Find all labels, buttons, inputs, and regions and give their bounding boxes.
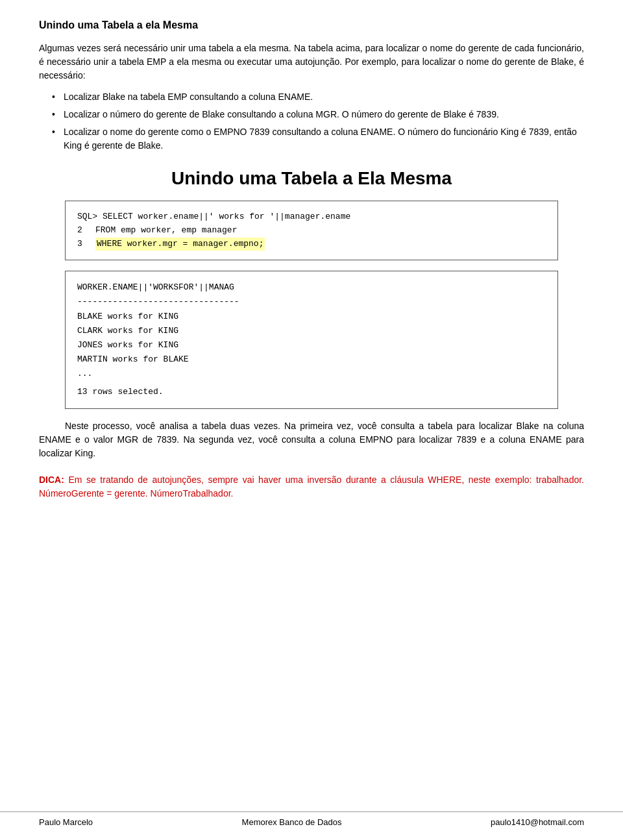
sql-text-1: SQL> SELECT worker.ename||' works for '|…: [77, 210, 350, 224]
output-row-2: CLARK works for KING: [77, 324, 546, 338]
output-box: WORKER.ENAME||'WORKSFOR'||MANAG --------…: [65, 271, 558, 409]
tip-text: Em se tratando de autojunções, sempre va…: [39, 475, 584, 499]
output-header: WORKER.ENAME||'WORKSFOR'||MANAG: [77, 280, 546, 295]
tip-label: DICA:: [39, 475, 64, 485]
tip-box: DICA: Em se tratando de autojunções, sem…: [39, 473, 584, 500]
sql-text-2: FROM emp worker, emp manager: [95, 224, 237, 238]
sql-line-1: SQL> SELECT worker.ename||' works for '|…: [77, 210, 546, 224]
sql-text-3: WHERE worker.mgr = manager.empno;: [95, 238, 265, 251]
paragraph-1: Algumas vezes será necessário unir uma t…: [39, 42, 584, 82]
sql-line-2: 2 FROM emp worker, emp manager: [77, 224, 546, 238]
bullet-item-2: Localizar o número do gerente de Blake c…: [52, 108, 584, 121]
section-heading: Unindo uma Tabela a Ela Mesma: [39, 168, 584, 189]
output-row-4: MARTIN works for BLAKE: [77, 352, 546, 367]
line-num-3: 3: [77, 238, 95, 251]
line-num-2: 2: [77, 224, 95, 238]
sql-code-box: SQL> SELECT worker.ename||' works for '|…: [65, 201, 558, 260]
bullet-list: Localizar Blake na tabela EMP consultand…: [39, 90, 584, 153]
output-row-6: 13 rows selected.: [77, 385, 546, 399]
footer: Paulo Marcelo Memorex Banco de Dados pau…: [0, 811, 623, 827]
paragraph-2: Neste processo, você analisa a tabela du…: [39, 419, 584, 460]
footer-left: Paulo Marcelo: [39, 817, 93, 827]
bullet-item-1: Localizar Blake na tabela EMP consultand…: [52, 90, 584, 104]
output-row-5: ...: [77, 367, 546, 381]
sql-line-3: 3 WHERE worker.mgr = manager.empno;: [77, 238, 546, 251]
footer-center: Memorex Banco de Dados: [242, 817, 342, 827]
output-separator: --------------------------------: [77, 295, 546, 309]
page-title: Unindo uma Tabela a ela Mesma: [39, 19, 584, 31]
output-row-3: JONES works for KING: [77, 338, 546, 352]
footer-right: paulo1410@hotmail.com: [491, 817, 584, 827]
output-row-1: BLAKE works for KING: [77, 310, 546, 324]
bullet-item-3: Localizar o nome do gerente como o EMPNO…: [52, 125, 584, 153]
